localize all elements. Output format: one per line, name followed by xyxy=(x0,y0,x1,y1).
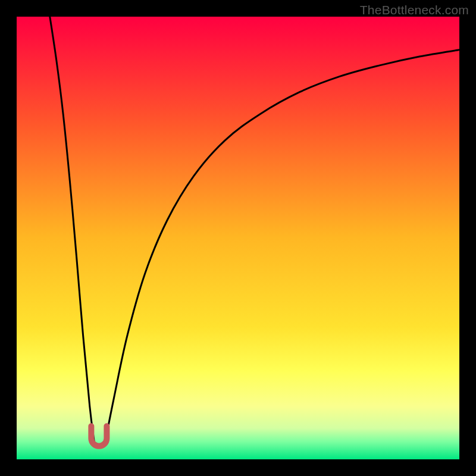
plot-area xyxy=(17,17,459,459)
chart-frame: TheBottleneck.com xyxy=(0,0,476,476)
watermark-text: TheBottleneck.com xyxy=(360,3,469,17)
chart-svg xyxy=(17,17,459,459)
gradient-background xyxy=(17,17,459,459)
